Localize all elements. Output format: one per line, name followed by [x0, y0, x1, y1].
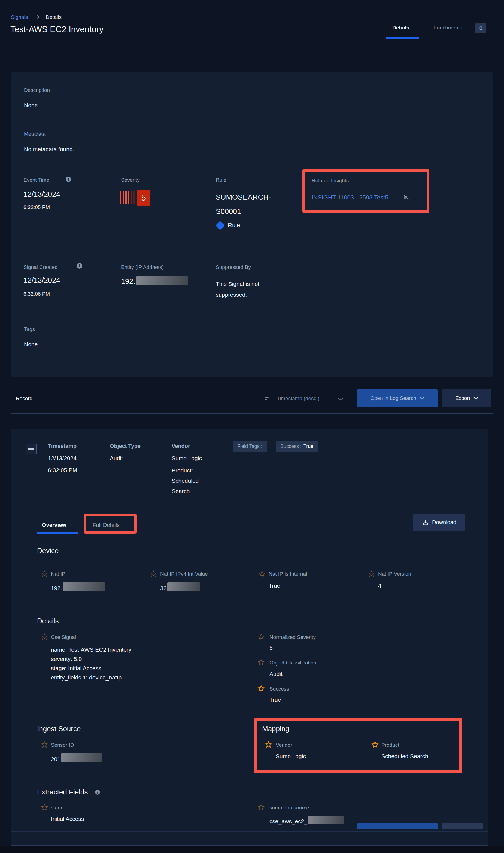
entity-redaction: [136, 276, 188, 285]
export-button[interactable]: Export: [442, 389, 491, 407]
event-time-label: Event Time: [23, 177, 49, 183]
field-value: 201: [51, 753, 102, 763]
rule-name[interactable]: SUMOSEARCH- S00001: [216, 190, 271, 218]
favorite-star-icon[interactable]: [150, 570, 157, 578]
field-label: Nat IP Is Internal: [269, 571, 307, 577]
annotation-box-full-details: [84, 513, 137, 534]
entity-label: Entity (IP Address): [121, 264, 164, 270]
toolbar-divider: [11, 413, 493, 414]
event-time-date: 12/13/2024: [23, 190, 60, 199]
record-object-type-label: Object Type: [110, 443, 141, 449]
severity-label: Severity: [121, 177, 140, 183]
annotation-box-related-insights: [302, 169, 429, 213]
tab-details[interactable]: Details: [392, 25, 409, 31]
favorite-star-icon[interactable]: [41, 570, 48, 578]
field-value-text: 201: [51, 756, 60, 762]
breadcrumb-current: Details: [46, 14, 61, 20]
favorite-star-icon[interactable]: [257, 659, 265, 666]
favorite-star-icon[interactable]: [258, 570, 266, 578]
favorite-star-icon[interactable]: [41, 804, 48, 811]
record-card: [11, 429, 488, 846]
event-time-time: 6:32:05 PM: [23, 204, 50, 210]
summary-card: [11, 72, 493, 377]
severity-value-badge: 5: [137, 189, 150, 206]
success-badge[interactable]: Success : True: [276, 440, 318, 452]
ingest-source-title: Ingest Source: [37, 725, 80, 733]
field-tags-badge-label: Field Tags :: [237, 443, 262, 449]
enrichments-count-badge: 0: [475, 23, 486, 33]
severity-bars-icon: [120, 191, 135, 204]
record-vendor-label: Vendor: [172, 443, 190, 449]
favorite-star-icon[interactable]: [41, 633, 48, 640]
favorite-star-icon[interactable]: [368, 570, 375, 578]
success-badge-label: Success :: [280, 443, 302, 449]
export-label: Export: [455, 395, 470, 401]
extracted-fields-info-icon[interactable]: [95, 790, 100, 795]
page-bottom-strip: [0, 846, 504, 853]
page-title: Test-AWS EC2 Inventory: [10, 24, 104, 34]
field-value: 192.: [51, 582, 105, 592]
tags-value: None: [24, 341, 38, 348]
sort-selector[interactable]: Timestamp (desc.): [277, 396, 320, 402]
sort-chevron-icon: [338, 398, 343, 401]
partial-button-primary[interactable]: [357, 823, 438, 829]
device-section-title: Device: [37, 546, 58, 555]
event-time-info-icon[interactable]: [66, 177, 71, 182]
record-tab-overview-underline: [37, 532, 78, 534]
field-value: True: [269, 696, 281, 703]
record-vendor-product: Product: Scheduled Search: [172, 465, 199, 496]
rule-label: Rule: [216, 177, 227, 183]
suppressed-by-text: This Signal is not suppressed.: [216, 278, 259, 300]
signal-created-label: Signal Created: [23, 264, 58, 270]
favorite-star-icon[interactable]: [257, 804, 265, 811]
redaction: [61, 753, 102, 762]
field-label: sumo.datasource: [269, 805, 309, 811]
export-chevron-icon: [473, 397, 479, 400]
field-value: 4: [378, 582, 381, 589]
record-vendor-value: Sumo Logic: [172, 455, 202, 461]
open-in-log-search-button[interactable]: Open in Log Search: [357, 389, 437, 407]
field-label: Nat IP Version: [378, 571, 411, 577]
field-label: Success: [269, 686, 289, 692]
favorite-star-icon[interactable]: [257, 633, 265, 640]
download-label: Download: [432, 519, 456, 526]
device-divider: [27, 608, 477, 609]
rule-type-label: Rule: [228, 222, 240, 229]
redaction: [167, 582, 200, 591]
field-value: True: [269, 582, 280, 589]
field-value: cse_aws_ec2_: [269, 816, 344, 825]
details-divider: [27, 716, 477, 716]
toolbar-vertical-divider: [353, 389, 353, 407]
field-value-text: 32: [160, 585, 166, 591]
record-timestamp-time: 6:32:05 PM: [48, 467, 77, 473]
checkbox-minus-icon: [28, 448, 34, 450]
tab-details-underline: [386, 37, 419, 39]
field-label: Cse Signal: [51, 634, 76, 640]
signal-created-time: 6:32:06 PM: [23, 291, 50, 297]
record-tab-overview[interactable]: Overview: [42, 522, 66, 528]
field-value: 32: [160, 582, 200, 592]
field-value-text: 192.: [51, 585, 62, 591]
field-value-text: cse_aws_ec2_: [269, 818, 307, 824]
partial-button-secondary[interactable]: [442, 823, 483, 829]
field-label: Nat IP IPv4 Int Value: [160, 571, 208, 577]
redaction: [308, 816, 344, 824]
tab-enrichments[interactable]: Enrichments: [433, 25, 462, 31]
record-checkbox[interactable]: [25, 443, 36, 454]
download-button[interactable]: Download: [413, 513, 465, 531]
cse-signal-lines: name: Test-AWS EC2 Inventory severity: 5…: [51, 645, 131, 682]
record-timestamp-label: Timestamp: [48, 443, 76, 449]
signal-created-info-icon[interactable]: [77, 263, 82, 269]
annotation-box-mapping: [254, 718, 462, 773]
extracted-fields-title: Extracted Fields: [37, 788, 88, 796]
record-tabs-divider: [27, 534, 477, 534]
favorite-star-icon-active[interactable]: [257, 685, 265, 692]
breadcrumb-signals-link[interactable]: Signals: [11, 14, 28, 20]
tags-label: Tags: [24, 326, 35, 332]
field-tags-badge[interactable]: Field Tags :: [233, 440, 267, 452]
field-value: Audit: [269, 671, 283, 677]
breadcrumb-chevron-icon: [36, 15, 40, 20]
field-label: Object Classification: [269, 660, 316, 666]
favorite-star-icon[interactable]: [41, 741, 48, 748]
redaction: [63, 582, 105, 591]
